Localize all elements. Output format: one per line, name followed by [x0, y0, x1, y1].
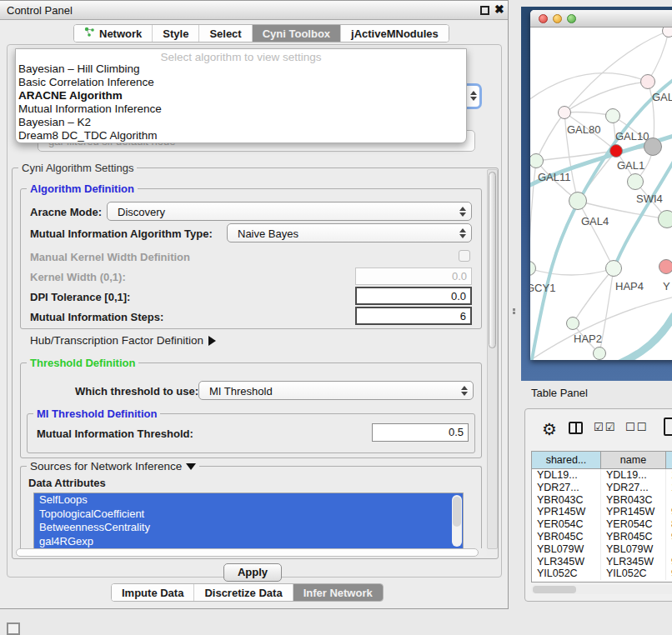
minimized-panel-icon[interactable]: [7, 622, 20, 635]
tab-infer-network[interactable]: Infer Network: [293, 584, 383, 601]
node-label: HAP4: [615, 280, 644, 292]
data-attribute-item[interactable]: BetweennessCentrality: [34, 521, 463, 535]
table-cell: 13: [666, 469, 672, 482]
algorithm-option[interactable]: Bayesian – Hill Climbing: [18, 62, 460, 76]
table-cell: 8.: [666, 518, 672, 531]
scrollbar-thumb[interactable]: [16, 548, 479, 557]
scrollbar-thumb[interactable]: [533, 586, 576, 593]
kernel-width-label: Kernel Width (0,1):: [30, 271, 126, 283]
apply-button[interactable]: Apply: [223, 563, 282, 582]
network-node[interactable]: [593, 347, 606, 360]
network-node-swi4[interactable]: [627, 173, 644, 190]
network-node-gal4[interactable]: [569, 192, 587, 210]
dpi-tolerance-field[interactable]: 0.0: [355, 287, 472, 305]
float-window-icon[interactable]: [480, 6, 489, 15]
network-node-gal80[interactable]: [558, 106, 571, 119]
node-label: GAL: [652, 91, 672, 103]
column-header-name[interactable]: name: [601, 452, 666, 469]
manual-kernel-checkbox[interactable]: [459, 250, 470, 262]
table-row[interactable]: YBL079WYBL079W: [532, 543, 672, 556]
tab-network-label: Network: [99, 28, 142, 40]
network-node-hap4[interactable]: [605, 260, 622, 277]
node-label: SWI4: [636, 192, 663, 205]
tab-jactivemnodules[interactable]: jActiveMNodules: [341, 25, 449, 42]
network-view-window: GALGAL80GAL10GAL1GAL11SWI4GAL4GCY1HAP4YH…: [530, 10, 672, 360]
columns-icon[interactable]: [569, 422, 583, 434]
table-row[interactable]: YDR27...YDR27...12: [532, 482, 672, 494]
tab-network[interactable]: Network: [74, 25, 153, 42]
network-window-titlebar[interactable]: [530, 10, 672, 28]
network-node[interactable]: [644, 138, 662, 156]
mi-threshold-field[interactable]: 0.5: [372, 423, 469, 442]
data-attribute-item[interactable]: TopologicalCoefficient: [34, 508, 463, 522]
mi-steps-label: Mutual Information Steps:: [30, 311, 163, 323]
table-cell: YER054C: [601, 518, 666, 531]
mi-algorithm-type-combo[interactable]: Naive Bayes: [227, 223, 472, 242]
network-node-gal10[interactable]: [605, 108, 620, 123]
scrollbar-thumb[interactable]: [453, 497, 461, 527]
data-attribute-item[interactable]: SelfLoops: [34, 493, 463, 508]
network-node[interactable]: [658, 210, 672, 228]
scrollbar-thumb[interactable]: [489, 172, 496, 348]
kernel-width-field[interactable]: 0.0: [355, 268, 472, 285]
node-label: Y: [663, 280, 670, 292]
node-label: GCY1: [530, 282, 555, 294]
sources-group-title[interactable]: Sources for Network Inference: [27, 460, 199, 472]
hub-definition-toggle[interactable]: Hub/Transcription Factor Definition: [30, 334, 216, 347]
table-row[interactable]: YPR145WYPR145W9.: [532, 506, 672, 518]
deselect-all-checkboxes-icon[interactable]: ☐☐: [625, 421, 648, 433]
zoom-traffic-icon[interactable]: [567, 14, 576, 23]
algorithm-dropdown-popup: Select algorithm to view settings Bayesi…: [15, 48, 467, 143]
splitpane-grip[interactable]: [513, 308, 517, 316]
tab-impute-data[interactable]: Impute Data: [112, 584, 194, 601]
table-row[interactable]: YBR043CYBR043C: [532, 494, 672, 507]
data-attribute-item[interactable]: gal4RGexp: [34, 535, 463, 549]
list-scrollbar[interactable]: [452, 495, 462, 547]
algorithm-option[interactable]: ARACNE Algorithm: [18, 89, 460, 102]
select-all-checkboxes-icon[interactable]: ☑☑: [594, 421, 616, 433]
column-header-partial[interactable]: A: [666, 452, 672, 469]
aracne-mode-combo[interactable]: Discovery: [107, 202, 472, 221]
table-cell: 12: [666, 482, 672, 494]
table-row[interactable]: YLR345WYLR345W9.: [532, 556, 672, 568]
table-row[interactable]: YBR045CYBR045C9.: [532, 531, 672, 543]
control-panel-window: Control Panel ✖ Network Style Select Cyn…: [0, 0, 509, 609]
network-node-y[interactable]: [659, 259, 672, 274]
node-label: GAL10: [615, 130, 649, 142]
data-attributes-list[interactable]: SelfLoopsTopologicalCoefficientBetweenne…: [33, 492, 464, 549]
node-table[interactable]: shared... name A YDL19...YDL19...13YDR27…: [531, 451, 672, 582]
algorithm-option[interactable]: Basic Correlation Inference: [18, 76, 460, 89]
table-row[interactable]: YIL052CYIL052C9: [532, 568, 672, 580]
close-traffic-icon[interactable]: [539, 14, 548, 23]
tab-cyni-toolbox[interactable]: Cyni Toolbox: [253, 25, 341, 42]
settings-scrollbar[interactable]: [487, 169, 498, 549]
minimize-traffic-icon[interactable]: [553, 14, 562, 23]
table-cell: YBR045C: [601, 531, 666, 543]
settings-hscrollbar[interactable]: [15, 548, 487, 557]
new-table-icon[interactable]: [664, 418, 672, 436]
network-canvas[interactable]: GALGAL80GAL10GAL1GAL11SWI4GAL4GCY1HAP4YH…: [530, 28, 672, 360]
which-threshold-combo[interactable]: MI Threshold: [198, 381, 474, 400]
algorithm-option[interactable]: Dream8 DC_TDC Algorithm: [18, 129, 460, 142]
tab-discretize-data[interactable]: Discretize Data: [194, 584, 293, 601]
table-cell: [666, 494, 672, 507]
network-node-hap2[interactable]: [566, 317, 579, 330]
table-hscrollbar[interactable]: [531, 585, 672, 594]
control-panel-title: Control Panel: [7, 4, 73, 17]
tab-style[interactable]: Style: [153, 25, 199, 42]
algorithm-option[interactable]: Bayesian – K2: [18, 116, 460, 129]
table-cell: 9: [666, 568, 672, 580]
table-cell: [666, 543, 672, 556]
mi-steps-field[interactable]: 6: [355, 307, 472, 325]
tab-select[interactable]: Select: [199, 25, 252, 42]
close-icon[interactable]: ✖: [494, 2, 504, 16]
table-cell: YDR27...: [601, 482, 666, 494]
gear-icon[interactable]: ⚙: [542, 419, 557, 439]
table-row[interactable]: YER054CYER054C8.: [532, 518, 672, 531]
network-node-gal[interactable]: [640, 74, 655, 89]
column-header-shared-name[interactable]: shared...: [532, 452, 601, 469]
algorithm-option[interactable]: Mutual Information Inference: [18, 102, 460, 116]
table-panel-titlebar: Table Panel: [521, 382, 672, 403]
network-node-gal1[interactable]: [609, 144, 623, 158]
table-row[interactable]: YDL19...YDL19...13: [532, 469, 672, 482]
